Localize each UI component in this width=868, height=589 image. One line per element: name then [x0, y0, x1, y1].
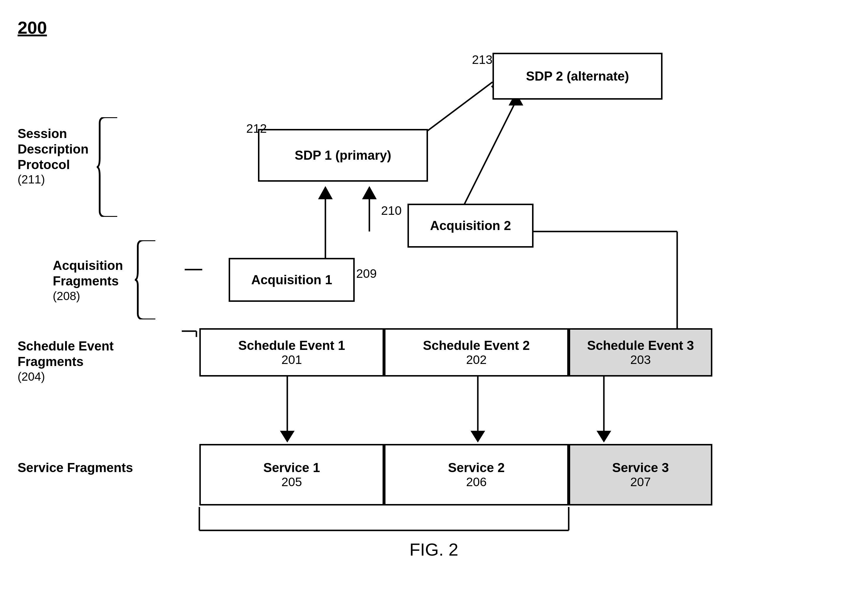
svg-marker-14 — [471, 431, 485, 442]
svg-line-4 — [457, 101, 516, 218]
se2-box: Schedule Event 2 202 — [384, 328, 569, 377]
ref-212: 212 — [246, 122, 267, 135]
svc1-box: Service 1 205 — [199, 444, 384, 505]
svg-marker-12 — [280, 431, 295, 442]
ref-210: 210 — [381, 204, 402, 218]
diagram-container: 200 — [18, 18, 850, 568]
acq1-box: Acquisition 1 — [229, 258, 355, 302]
sdp-brace — [97, 117, 120, 217]
svc3-box: Service 3 207 — [569, 444, 712, 505]
schedule-label: Schedule Event Fragments (204) — [18, 339, 164, 384]
main-label: 200 — [18, 18, 47, 38]
acq-label: Acquisition Fragments (208) — [53, 258, 132, 303]
sdp-label: Session Description Protocol (211) — [18, 126, 94, 186]
svg-marker-1 — [318, 186, 333, 199]
service-label: Service Fragments — [18, 460, 164, 476]
se1-box: Schedule Event 1 201 — [199, 328, 384, 377]
svg-marker-3 — [362, 186, 377, 199]
acq2-box: Acquisition 2 — [407, 204, 533, 247]
ref-209: 209 — [356, 267, 377, 281]
svg-marker-16 — [596, 431, 611, 442]
ref-213: 213 — [472, 53, 493, 67]
figure-label: FIG. 2 — [409, 539, 459, 560]
se3-box: Schedule Event 3 203 — [569, 328, 712, 377]
acq-brace — [135, 240, 158, 320]
sdp2-box: SDP 2 (alternate) — [493, 53, 663, 100]
svc2-box: Service 2 206 — [384, 444, 569, 505]
sdp1-box: SDP 1 (primary) — [258, 129, 428, 182]
